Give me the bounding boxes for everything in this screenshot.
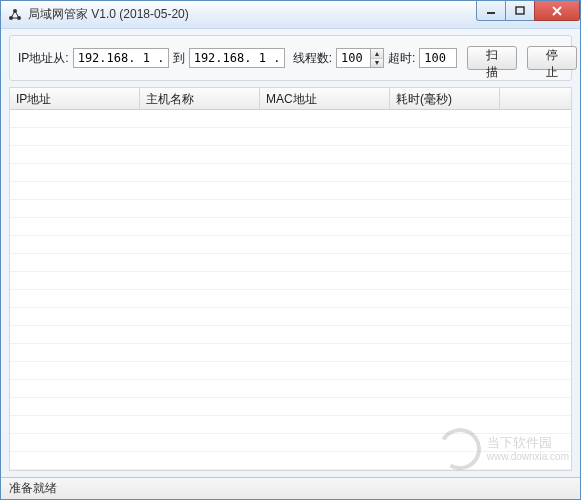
results-table: IP地址 主机名称 MAC地址 耗时(毫秒) bbox=[9, 87, 572, 471]
timeout-input[interactable] bbox=[419, 48, 457, 68]
col-ip[interactable]: IP地址 bbox=[10, 88, 140, 109]
col-latency[interactable]: 耗时(毫秒) bbox=[390, 88, 500, 109]
control-toolbar: IP地址从: 到 线程数: ▲ ▼ 超时: 扫描 停止 bbox=[9, 35, 572, 81]
threads-input[interactable] bbox=[336, 48, 370, 68]
table-row bbox=[10, 200, 571, 218]
table-row bbox=[10, 416, 571, 434]
threads-label: 线程数: bbox=[293, 50, 332, 67]
ip-from-input[interactable] bbox=[73, 48, 169, 68]
table-row bbox=[10, 290, 571, 308]
status-text: 准备就绪 bbox=[9, 480, 57, 497]
col-hostname[interactable]: 主机名称 bbox=[140, 88, 260, 109]
window-title: 局域网管家 V1.0 (2018-05-20) bbox=[28, 6, 189, 23]
col-spacer bbox=[500, 88, 571, 109]
maximize-button[interactable] bbox=[505, 1, 535, 21]
table-row bbox=[10, 218, 571, 236]
table-row bbox=[10, 182, 571, 200]
table-row bbox=[10, 164, 571, 182]
titlebar: 局域网管家 V1.0 (2018-05-20) bbox=[1, 1, 580, 29]
spin-down-icon[interactable]: ▼ bbox=[371, 59, 383, 68]
table-row bbox=[10, 344, 571, 362]
ip-to-label: 到 bbox=[173, 50, 185, 67]
ip-to-input[interactable] bbox=[189, 48, 285, 68]
app-icon bbox=[7, 7, 23, 23]
status-bar: 准备就绪 bbox=[1, 477, 580, 499]
col-mac[interactable]: MAC地址 bbox=[260, 88, 390, 109]
table-row bbox=[10, 254, 571, 272]
window-controls bbox=[477, 1, 580, 21]
stop-button[interactable]: 停止 bbox=[527, 46, 577, 70]
threads-spinner[interactable]: ▲ ▼ bbox=[336, 48, 384, 68]
table-row bbox=[10, 362, 571, 380]
ip-from-label: IP地址从: bbox=[18, 50, 69, 67]
table-row bbox=[10, 110, 571, 128]
scan-button[interactable]: 扫描 bbox=[467, 46, 517, 70]
threads-spin-buttons[interactable]: ▲ ▼ bbox=[370, 48, 384, 68]
table-row bbox=[10, 380, 571, 398]
app-window: 局域网管家 V1.0 (2018-05-20) IP地址从: 到 线程数: ▲ … bbox=[0, 0, 581, 500]
table-row bbox=[10, 308, 571, 326]
table-header: IP地址 主机名称 MAC地址 耗时(毫秒) bbox=[10, 88, 571, 110]
timeout-label: 超时: bbox=[388, 50, 415, 67]
table-row bbox=[10, 398, 571, 416]
table-row bbox=[10, 236, 571, 254]
minimize-button[interactable] bbox=[476, 1, 506, 21]
spin-up-icon[interactable]: ▲ bbox=[371, 49, 383, 59]
table-row bbox=[10, 434, 571, 452]
table-body[interactable] bbox=[10, 110, 571, 470]
table-row bbox=[10, 272, 571, 290]
svg-rect-4 bbox=[516, 7, 524, 14]
close-button[interactable] bbox=[534, 1, 580, 21]
table-row bbox=[10, 326, 571, 344]
table-row bbox=[10, 128, 571, 146]
table-row bbox=[10, 452, 571, 470]
table-row bbox=[10, 146, 571, 164]
